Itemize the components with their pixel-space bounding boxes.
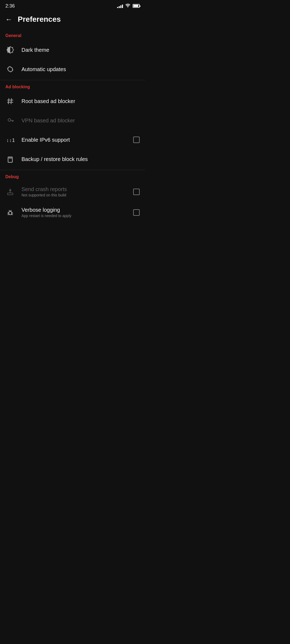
pref-item-ipv6-support[interactable]: ::1 Enable IPv6 support [0, 130, 145, 149]
counter-icon: ::1 [5, 135, 15, 145]
section-header-ad-blocking: Ad blocking [0, 81, 145, 92]
pref-item-backup-restore[interactable]: Backup / restore block rules [0, 149, 145, 169]
status-bar: 2:36 [0, 0, 145, 11]
pref-item-root-ad-blocker[interactable]: Root based ad blocker [0, 92, 145, 111]
svg-line-7 [12, 47, 13, 48]
automatic-updates-text: Automatic updates [21, 66, 140, 72]
status-icons [117, 3, 140, 9]
verbose-logging-text: Verbose logging App restart is needed to… [21, 207, 127, 218]
page-title: Preferences [18, 15, 61, 24]
battery-icon [133, 4, 140, 8]
refresh-icon [5, 64, 15, 74]
dark-theme-text: Dark theme [21, 47, 140, 53]
key-icon [5, 116, 15, 125]
pref-item-vpn-ad-blocker[interactable]: VPN based ad blocker [0, 111, 145, 130]
svg-text:::1: ::1 [6, 137, 15, 143]
root-ad-blocker-title: Root based ad blocker [21, 98, 140, 104]
svg-line-35 [11, 210, 12, 211]
svg-marker-9 [7, 68, 9, 69]
svg-line-8 [8, 52, 8, 53]
ipv6-support-text: Enable IPv6 support [21, 137, 127, 143]
ipv6-support-title: Enable IPv6 support [21, 137, 127, 143]
svg-point-15 [8, 119, 11, 121]
svg-line-5 [8, 47, 8, 48]
divider-2 [0, 170, 145, 170]
svg-marker-10 [12, 69, 13, 70]
section-general: General Dark theme [0, 30, 145, 79]
svg-line-34 [9, 210, 9, 211]
crash-reports-title: Send crash reports [21, 186, 127, 192]
hash-icon [5, 96, 15, 106]
svg-rect-24 [8, 193, 13, 195]
section-header-general: General [0, 30, 145, 40]
root-ad-blocker-text: Root based ad blocker [21, 98, 140, 104]
upload-icon [5, 187, 15, 197]
backup-restore-title: Backup / restore block rules [21, 156, 140, 162]
verbose-logging-checkbox[interactable] [133, 209, 140, 216]
svg-line-12 [11, 98, 12, 104]
pref-item-crash-reports[interactable]: Send crash reports Not supported on this… [0, 181, 145, 202]
vpn-ad-blocker-text: VPN based ad blocker [21, 118, 140, 124]
back-button[interactable]: ← [5, 16, 12, 23]
brightness-icon [5, 45, 15, 55]
backup-restore-text: Backup / restore block rules [21, 156, 140, 162]
verbose-logging-title: Verbose logging [21, 207, 127, 213]
automatic-updates-title: Automatic updates [21, 66, 140, 72]
divider-1 [0, 80, 145, 80]
svg-line-11 [8, 98, 9, 104]
ipv6-support-checkbox[interactable] [133, 137, 140, 143]
section-ad-blocking: Ad blocking Root based ad blocker VP [0, 81, 145, 169]
svg-rect-27 [9, 211, 12, 215]
pref-item-verbose-logging[interactable]: Verbose logging App restart is needed to… [0, 202, 145, 223]
crash-reports-text: Send crash reports Not supported on this… [21, 186, 127, 197]
pref-item-automatic-updates[interactable]: Automatic updates [0, 60, 145, 79]
vpn-ad-blocker-title: VPN based ad blocker [21, 118, 140, 124]
pref-item-dark-theme[interactable]: Dark theme [0, 40, 145, 60]
svg-marker-26 [9, 189, 12, 191]
dark-theme-title: Dark theme [21, 47, 140, 53]
crash-reports-subtitle: Not supported on this build [21, 193, 127, 197]
wifi-icon [125, 3, 130, 9]
crash-reports-checkbox[interactable] [133, 189, 140, 195]
verbose-logging-subtitle: App restart is needed to apply [21, 214, 127, 218]
signal-icon [117, 4, 123, 8]
section-header-debug: Debug [0, 171, 145, 181]
section-debug: Debug Send crash reports Not supported o… [0, 171, 145, 223]
header: ← Preferences [0, 11, 145, 30]
bug-icon [5, 208, 15, 217]
status-time: 2:36 [5, 3, 15, 9]
sdcard-icon [5, 154, 15, 164]
svg-line-6 [12, 52, 13, 53]
